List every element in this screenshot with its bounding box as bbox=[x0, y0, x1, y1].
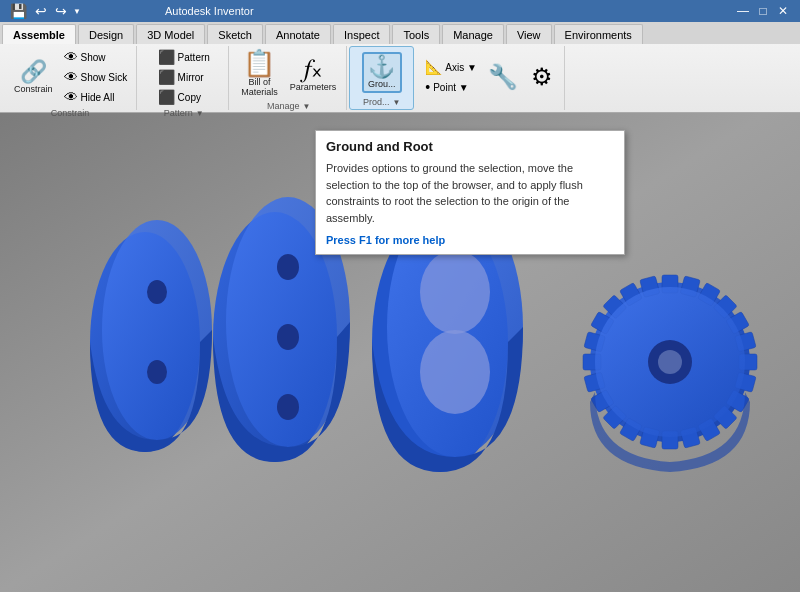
tab-design[interactable]: Design bbox=[78, 24, 134, 44]
ribbon-tabs: Assemble Design 3D Model Sketch Annotate… bbox=[0, 22, 800, 44]
ribbon-group-bom: 📋 Bill ofMaterials 𝑓ₓ Parameters Manage … bbox=[231, 46, 347, 110]
svg-point-4 bbox=[147, 360, 167, 384]
constrain-group-content: 🔗 Constrain 👁 Show 👁 Show Sick 👁 Hide Al… bbox=[10, 48, 130, 106]
axis-buttons: 📐 Axis ▼ • Point ▼ bbox=[422, 58, 480, 96]
pattern-group-label: Pattern ▼ bbox=[164, 106, 204, 118]
bom-group-content: 📋 Bill ofMaterials 𝑓ₓ Parameters bbox=[237, 48, 340, 99]
ribbon-group-axis: 📐 Axis ▼ • Point ▼ 🔧 ⚙ bbox=[416, 46, 565, 110]
ribbon-group-pattern: ⬛ Pattern ⬛ Mirror ⬛ Copy Pattern ▼ bbox=[139, 46, 229, 110]
show-sick-label: Show Sick bbox=[81, 72, 128, 83]
axis-group-content: 📐 Axis ▼ • Point ▼ 🔧 ⚙ bbox=[422, 48, 558, 106]
mirror-label: Mirror bbox=[178, 72, 204, 83]
point-button[interactable]: • Point ▼ bbox=[422, 78, 480, 96]
tooltip-help-text[interactable]: Press F1 for more help bbox=[326, 234, 614, 246]
mirror-icon: ⬛ bbox=[158, 69, 175, 85]
close-btn[interactable]: ✕ bbox=[774, 3, 792, 19]
mirror-button[interactable]: ⬛ Mirror bbox=[155, 68, 213, 86]
copy-button[interactable]: ⬛ Copy bbox=[155, 88, 213, 106]
ribbon-content: 🔗 Constrain 👁 Show 👁 Show Sick 👁 Hide Al… bbox=[0, 44, 800, 112]
more-icon: ⚙ bbox=[531, 65, 553, 89]
constrain-icon: 🔗 bbox=[20, 61, 47, 83]
show-sick-button[interactable]: 👁 Show Sick bbox=[61, 68, 131, 86]
ribbon-group-ground: ⚓ Grou... Prod... ▼ bbox=[349, 46, 414, 110]
parameters-label: Parameters bbox=[290, 82, 337, 92]
bom-group-label: Manage ▼ bbox=[267, 99, 310, 111]
show-label: Show bbox=[81, 52, 106, 63]
parameters-button[interactable]: 𝑓ₓ Parameters bbox=[286, 53, 341, 94]
tooltip-popup: Ground and Root Provides options to grou… bbox=[315, 130, 625, 255]
qa-undo-btn[interactable]: ↩ bbox=[33, 3, 49, 19]
constrain-label: Constrain bbox=[14, 84, 53, 94]
more-button[interactable]: ⚙ bbox=[526, 63, 558, 91]
bom-label: Bill ofMaterials bbox=[241, 77, 278, 97]
svg-point-8 bbox=[277, 324, 299, 350]
pattern-group-content: ⬛ Pattern ⬛ Mirror ⬛ Copy bbox=[155, 48, 213, 106]
app-title: Autodesk Inventor bbox=[165, 5, 254, 17]
pattern-icon: ⬛ bbox=[158, 49, 175, 65]
svg-point-41 bbox=[658, 350, 682, 374]
tab-sketch[interactable]: Sketch bbox=[207, 24, 263, 44]
svg-point-9 bbox=[277, 394, 299, 420]
parameters-icon: 𝑓ₓ bbox=[304, 55, 323, 81]
canvas-area: Ground and Root Provides options to grou… bbox=[0, 92, 800, 592]
title-bar: 💾 ↩ ↪ ▼ Autodesk Inventor — □ ✕ bbox=[0, 0, 800, 22]
maximize-btn[interactable]: □ bbox=[754, 3, 772, 19]
bom-button[interactable]: 📋 Bill ofMaterials bbox=[237, 48, 282, 99]
ground-icon: ⚓ bbox=[368, 56, 395, 78]
ground-label: Grou... bbox=[368, 79, 396, 89]
hide-all-icon: 👁 bbox=[64, 89, 78, 105]
svg-point-13 bbox=[420, 330, 490, 414]
tab-manage[interactable]: Manage bbox=[442, 24, 504, 44]
window-controls: — □ ✕ bbox=[734, 3, 792, 19]
show-buttons: 👁 Show 👁 Show Sick 👁 Hide All bbox=[61, 48, 131, 106]
prod-dropdown[interactable]: ▼ bbox=[393, 98, 401, 107]
ground-root-button[interactable]: ⚓ Grou... bbox=[362, 52, 402, 93]
tab-assemble[interactable]: Assemble bbox=[2, 24, 76, 44]
tab-3dmodel[interactable]: 3D Model bbox=[136, 24, 205, 44]
constrain-button[interactable]: 🔗 Constrain bbox=[10, 59, 57, 96]
pattern-buttons: ⬛ Pattern ⬛ Mirror ⬛ Copy bbox=[155, 48, 213, 106]
point-label: Point ▼ bbox=[433, 82, 468, 93]
svg-point-3 bbox=[147, 280, 167, 304]
show-icon: 👁 bbox=[64, 49, 78, 65]
axis-label: Axis ▼ bbox=[445, 62, 477, 73]
pattern-label: Pattern bbox=[178, 52, 210, 63]
hide-all-label: Hide All bbox=[81, 92, 115, 103]
ground-group-label: Prod... ▼ bbox=[363, 95, 400, 107]
productivity-icon: 🔧 bbox=[488, 65, 518, 89]
productivity-button[interactable]: 🔧 bbox=[484, 63, 522, 91]
hide-all-button[interactable]: 👁 Hide All bbox=[61, 88, 131, 106]
tab-inspect[interactable]: Inspect bbox=[333, 24, 390, 44]
ground-group-content: ⚓ Grou... bbox=[362, 49, 402, 95]
svg-point-7 bbox=[277, 254, 299, 280]
bom-icon: 📋 bbox=[243, 50, 275, 76]
minimize-btn[interactable]: — bbox=[734, 3, 752, 19]
ribbon-group-constrain: 🔗 Constrain 👁 Show 👁 Show Sick 👁 Hide Al… bbox=[4, 46, 137, 110]
tab-environments[interactable]: Environments bbox=[554, 24, 643, 44]
manage-dropdown[interactable]: ▼ bbox=[303, 102, 311, 111]
axis-button[interactable]: 📐 Axis ▼ bbox=[422, 58, 480, 76]
svg-point-12 bbox=[420, 250, 490, 334]
qa-redo-btn[interactable]: ↪ bbox=[53, 3, 69, 19]
point-icon: • bbox=[425, 79, 430, 95]
tab-tools[interactable]: Tools bbox=[392, 24, 440, 44]
qa-dropdown-arrow[interactable]: ▼ bbox=[73, 7, 81, 16]
tooltip-body: Provides options to ground the selection… bbox=[326, 160, 614, 226]
axis-icon: 📐 bbox=[425, 59, 442, 75]
constrain-group-label: Constrain bbox=[51, 106, 90, 118]
show-sick-icon: 👁 bbox=[64, 69, 78, 85]
tab-view[interactable]: View bbox=[506, 24, 552, 44]
pattern-button[interactable]: ⬛ Pattern bbox=[155, 48, 213, 66]
ribbon: Assemble Design 3D Model Sketch Annotate… bbox=[0, 22, 800, 113]
tooltip-title: Ground and Root bbox=[326, 139, 614, 154]
pattern-dropdown[interactable]: ▼ bbox=[196, 109, 204, 118]
show-button[interactable]: 👁 Show bbox=[61, 48, 131, 66]
copy-label: Copy bbox=[178, 92, 201, 103]
tab-annotate[interactable]: Annotate bbox=[265, 24, 331, 44]
qa-save-btn[interactable]: 💾 bbox=[8, 3, 29, 19]
copy-icon: ⬛ bbox=[158, 89, 175, 105]
